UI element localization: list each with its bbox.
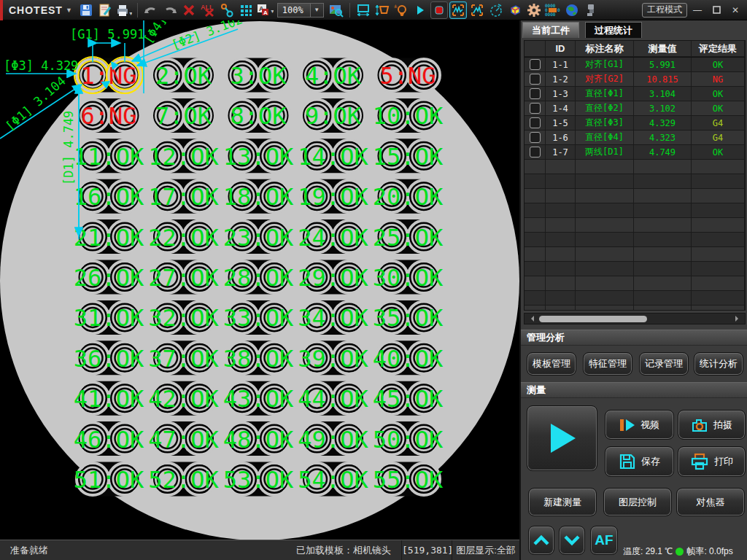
wafer-image[interactable]: 1:NG2:OK3:OK4:OK5:NG6:NG7:OK8:OK9:OK10:O… bbox=[0, 20, 519, 540]
table-row[interactable]: 1-1对齐[G1]5.991OK bbox=[525, 58, 745, 72]
chip-label: 55:OK bbox=[373, 466, 444, 494]
app-menu-caret-icon[interactable]: ▼ bbox=[66, 7, 77, 14]
print-icon[interactable]: ▼ bbox=[115, 1, 133, 19]
measure-section-header: 测量 bbox=[521, 382, 747, 398]
print-result-button[interactable]: 打印 bbox=[678, 446, 746, 477]
timer-icon[interactable] bbox=[487, 1, 505, 19]
zoom-dropdown-icon[interactable]: ▼ bbox=[311, 3, 324, 18]
chip-35: 35:OK bbox=[373, 300, 444, 335]
focus-up-button[interactable] bbox=[528, 526, 554, 555]
globe-icon[interactable] bbox=[563, 1, 581, 19]
capture-button[interactable]: 拍摄 bbox=[678, 410, 746, 440]
new-measure-button[interactable]: 新建测量 bbox=[528, 488, 597, 516]
edit-document-icon[interactable] bbox=[96, 1, 114, 19]
row-checkbox[interactable] bbox=[530, 103, 541, 114]
scroll-left-icon[interactable] bbox=[528, 316, 534, 322]
robot-icon[interactable] bbox=[582, 1, 600, 19]
feature-management-button[interactable]: 特征管理 bbox=[583, 352, 632, 376]
chip-46: 46:OK bbox=[74, 421, 144, 456]
focus-waveform-icon[interactable] bbox=[449, 1, 467, 19]
delete-icon[interactable] bbox=[180, 1, 198, 19]
save-icon[interactable] bbox=[77, 1, 95, 19]
chip-29: 29:OK bbox=[298, 260, 368, 295]
minimize-button[interactable]: — bbox=[689, 3, 706, 18]
table-row[interactable]: 1-4直径[Φ2]3.102OK bbox=[525, 101, 745, 116]
reconnect-icon[interactable] bbox=[218, 1, 236, 19]
chip-label: 11:OK bbox=[74, 143, 144, 171]
chevron-down-icon bbox=[563, 534, 581, 546]
play-icon[interactable] bbox=[411, 1, 429, 19]
focus-peak-icon[interactable] bbox=[468, 1, 486, 19]
close-button[interactable]: ✕ bbox=[727, 3, 744, 18]
table-cell bbox=[525, 116, 546, 131]
height-measure-icon[interactable] bbox=[374, 1, 391, 19]
statistics-analysis-button[interactable]: 统计分析 bbox=[694, 352, 743, 376]
undo-icon[interactable] bbox=[142, 1, 160, 19]
delete-all-icon[interactable]: ALL bbox=[199, 1, 217, 19]
chip-label: 23:OK bbox=[223, 224, 294, 252]
record-management-button[interactable]: 记录管理 bbox=[639, 352, 689, 376]
chip-41: 41:OK bbox=[74, 381, 144, 416]
font-label-icon[interactable]: AA▼ bbox=[256, 1, 274, 19]
data-io-icon[interactable]: 0000000000 bbox=[544, 1, 562, 19]
chip-label: 7:OK bbox=[155, 102, 212, 130]
table-cell bbox=[634, 189, 692, 203]
chip-label: 19:OK bbox=[298, 183, 368, 211]
gear-icon[interactable] bbox=[525, 1, 543, 19]
run-measure-button[interactable] bbox=[527, 405, 597, 471]
light-icon[interactable]: ± bbox=[392, 1, 410, 19]
record-icon[interactable] bbox=[430, 1, 448, 19]
image-zoom-icon[interactable] bbox=[328, 1, 345, 19]
chip-label: 44:OK bbox=[298, 385, 368, 413]
chip-23: 23:OK bbox=[223, 219, 294, 254]
header-value: 测量值 bbox=[634, 41, 692, 57]
chip-8: 8:OK bbox=[226, 98, 290, 133]
chip-label: 29:OK bbox=[298, 264, 368, 292]
annotation-D1: [D1] 4.749 bbox=[61, 111, 76, 185]
table-horizontal-scrollbar[interactable] bbox=[524, 313, 746, 324]
table-cell: OK bbox=[692, 101, 745, 116]
maximize-button[interactable] bbox=[708, 3, 725, 18]
engineering-mode-button[interactable]: 工程模式 bbox=[642, 3, 687, 18]
camera-view[interactable]: 1:NG2:OK3:OK4:OK5:NG6:NG7:OK8:OK9:OK10:O… bbox=[0, 20, 519, 540]
chip-52: 52:OK bbox=[148, 462, 219, 497]
chip-51: 51:OK bbox=[74, 462, 144, 497]
row-checkbox[interactable] bbox=[530, 117, 541, 128]
table-row[interactable]: 1-6直径[Φ4]4.323G4 bbox=[525, 131, 745, 145]
row-checkbox[interactable] bbox=[530, 74, 541, 85]
row-checkbox[interactable] bbox=[530, 59, 541, 70]
save-label: 保存 bbox=[641, 455, 660, 468]
tab-current-workpiece[interactable]: 当前工件 bbox=[522, 22, 579, 38]
save-result-button[interactable]: 保存 bbox=[605, 446, 674, 477]
chip-label: 41:OK bbox=[74, 385, 144, 413]
table-row[interactable]: 1-5直径[Φ3]4.329G4 bbox=[525, 116, 745, 131]
status-cursor-coordinates: [519,381] bbox=[402, 545, 452, 556]
tab-process-statistics[interactable]: 过程统计 bbox=[585, 22, 642, 38]
table-row[interactable]: 1-7两线[D1]4.749OK bbox=[525, 145, 745, 160]
width-measure-icon[interactable] bbox=[355, 1, 372, 19]
chip-label: 6:NG bbox=[80, 102, 136, 130]
scrollbar-thumb[interactable] bbox=[539, 316, 647, 322]
cube-3d-icon[interactable] bbox=[506, 1, 524, 19]
row-checkbox[interactable] bbox=[530, 147, 541, 158]
chip-32: 32:OK bbox=[148, 300, 219, 335]
redo-icon[interactable] bbox=[161, 1, 179, 19]
chip-18: 18:OK bbox=[223, 179, 294, 214]
table-row[interactable]: 1-3直径[Φ1]3.104OK bbox=[525, 87, 745, 101]
row-checkbox[interactable] bbox=[530, 88, 541, 99]
focuser-button[interactable]: 对焦器 bbox=[676, 488, 745, 516]
scroll-right-icon[interactable] bbox=[735, 316, 741, 322]
autofocus-button[interactable]: AF bbox=[590, 526, 618, 555]
grid-icon[interactable] bbox=[237, 1, 255, 19]
table-row[interactable]: 1-2对齐[G2]10.815NG bbox=[525, 72, 745, 87]
layer-control-button[interactable]: 图层控制 bbox=[603, 488, 672, 516]
zoom-select[interactable]: 100% ▼ bbox=[277, 3, 324, 18]
video-button[interactable]: 视频 bbox=[605, 410, 674, 440]
workpiece-tabs: 当前工件 过程统计 bbox=[522, 22, 648, 38]
template-management-button[interactable]: 模板管理 bbox=[527, 352, 576, 376]
focus-down-button[interactable] bbox=[559, 526, 585, 555]
capture-icon bbox=[691, 417, 708, 433]
zoom-value[interactable]: 100% bbox=[277, 3, 311, 18]
row-checkbox[interactable] bbox=[530, 132, 541, 143]
chip-19: 19:OK bbox=[298, 179, 368, 214]
